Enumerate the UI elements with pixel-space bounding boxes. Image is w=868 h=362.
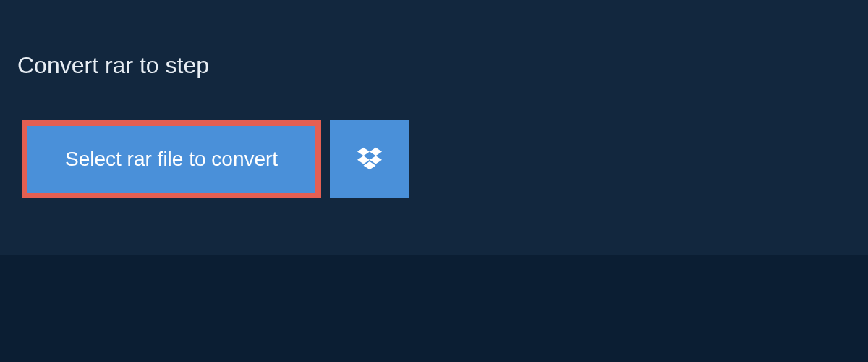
panel-body: Select rar file to convert bbox=[0, 41, 868, 255]
file-select-row: Select rar file to convert bbox=[22, 120, 846, 198]
select-file-label: Select rar file to convert bbox=[65, 148, 278, 171]
select-file-button[interactable]: Select rar file to convert bbox=[22, 120, 321, 198]
converter-panel: Convert rar to step Select rar file to c… bbox=[0, 0, 868, 255]
dropbox-icon bbox=[357, 146, 382, 173]
dropbox-button[interactable] bbox=[330, 120, 409, 198]
